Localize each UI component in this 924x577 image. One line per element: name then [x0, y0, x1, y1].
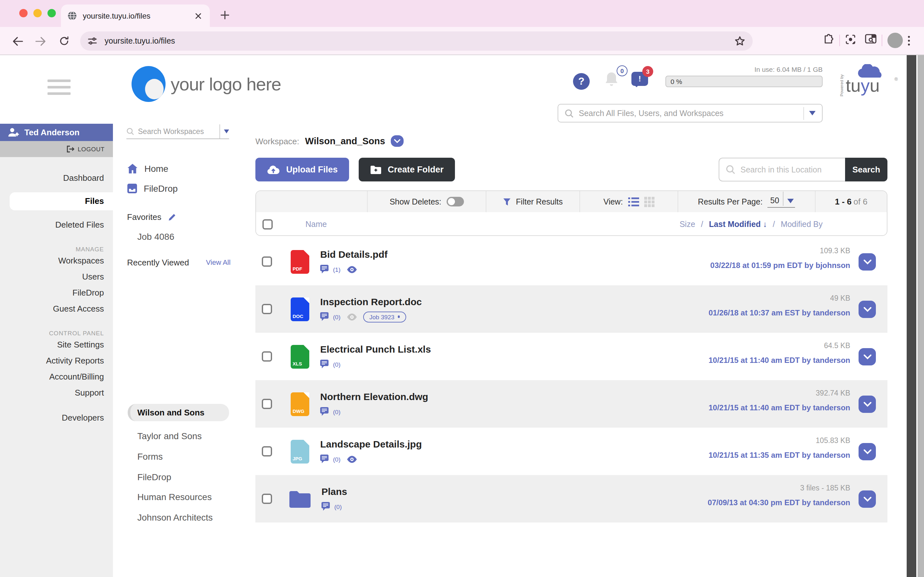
- table-row[interactable]: PDF Bid Details.pdf (1): [255, 238, 887, 285]
- table-row[interactable]: DOC Inspection Report.doc (0) Job: [255, 285, 887, 333]
- global-search-dropdown-icon[interactable]: [809, 111, 816, 115]
- comments-icon[interactable]: [320, 455, 330, 464]
- column-header-size[interactable]: Size: [680, 219, 695, 229]
- recent-item[interactable]: Human Resources: [137, 492, 212, 502]
- forward-button[interactable]: [32, 33, 49, 49]
- sidebar-item-files[interactable]: Files: [10, 192, 113, 210]
- nav-item-home[interactable]: Home: [127, 163, 168, 174]
- column-header-last-modified[interactable]: Last Modified ↓: [709, 219, 767, 229]
- tab-close-icon[interactable]: [193, 11, 204, 21]
- recent-item[interactable]: Forms: [137, 451, 163, 462]
- address-bar[interactable]: yoursite.tuyu.io/files: [80, 31, 753, 51]
- notifications-button[interactable]: 0: [603, 71, 625, 92]
- edit-pencil-icon[interactable]: [168, 213, 177, 221]
- file-name[interactable]: Electrical Punch List.xls: [320, 343, 431, 355]
- file-name[interactable]: Inspection Report.doc: [320, 296, 422, 307]
- upload-files-button[interactable]: Upload Files: [255, 158, 349, 181]
- row-checkbox[interactable]: [262, 494, 272, 504]
- global-search-input[interactable]: [579, 109, 798, 118]
- row-actions-button[interactable]: [859, 301, 876, 318]
- hamburger-menu-icon[interactable]: [47, 79, 71, 95]
- new-tab-button[interactable]: [216, 6, 234, 24]
- sidebar-item-users[interactable]: Users: [0, 269, 113, 285]
- file-name[interactable]: Bid Details.pdf: [320, 249, 388, 259]
- logout-button[interactable]: LOGOUT: [0, 141, 113, 157]
- side-panel-icon[interactable]: [865, 34, 877, 47]
- sidebar-item-activity-reports[interactable]: Activity Reports: [0, 353, 113, 369]
- minimize-window-button[interactable]: [33, 9, 42, 17]
- back-button[interactable]: [9, 33, 26, 49]
- results-per-page-select[interactable]: 50: [768, 195, 795, 208]
- view-all-link[interactable]: View All: [206, 258, 231, 266]
- show-deletes-toggle[interactable]: [447, 197, 464, 206]
- profile-avatar[interactable]: [887, 33, 903, 48]
- job-tag[interactable]: Job 3923: [363, 311, 406, 322]
- list-view-icon[interactable]: [628, 197, 639, 206]
- file-name[interactable]: Northern Elevation.dwg: [320, 391, 428, 402]
- sidebar-item-account-billing[interactable]: Account/Billing: [0, 369, 113, 385]
- sidebar-item-dashboard[interactable]: Dashboard: [0, 170, 113, 186]
- messages-button[interactable]: ! 3: [632, 72, 648, 86]
- url-text[interactable]: yoursite.tuyu.io/files: [105, 37, 727, 45]
- browser-tab[interactable]: yoursite.tuyu.io/files: [61, 5, 210, 27]
- comments-icon[interactable]: [320, 312, 330, 321]
- comments-icon[interactable]: [321, 502, 331, 511]
- folder-name[interactable]: Plans: [321, 486, 347, 497]
- site-settings-icon[interactable]: [88, 37, 97, 45]
- preview-eye-icon[interactable]: [346, 266, 357, 273]
- row-actions-button[interactable]: [859, 253, 876, 271]
- select-all-checkbox[interactable]: [262, 219, 273, 229]
- recent-item-active[interactable]: Wilson and Sons: [128, 404, 229, 421]
- bookmark-star-icon[interactable]: [735, 36, 745, 46]
- table-row[interactable]: XLS Electrical Punch List.xls (0) 64.5 K…: [255, 333, 887, 380]
- location-search-input[interactable]: [740, 165, 824, 174]
- sidebar-item-deleted-files[interactable]: Deleted Files: [0, 217, 113, 233]
- lens-search-icon[interactable]: [845, 34, 856, 47]
- file-name[interactable]: Landscape Details.jpg: [320, 438, 422, 450]
- preview-eye-icon[interactable]: [346, 456, 357, 463]
- sidebar-item-support[interactable]: Support: [0, 385, 113, 401]
- sidebar-item-filedrop[interactable]: FileDrop: [0, 285, 113, 301]
- grid-view-icon[interactable]: [644, 197, 654, 207]
- create-folder-button[interactable]: Create Folder: [359, 158, 455, 181]
- comments-icon[interactable]: [320, 359, 330, 369]
- row-checkbox[interactable]: [262, 256, 272, 267]
- sidebar-item-site-settings[interactable]: Site Settings: [0, 337, 113, 353]
- sidebar-item-workspaces[interactable]: Workspaces: [0, 253, 113, 269]
- nav-item-filedrop[interactable]: FileDrop: [127, 183, 178, 193]
- filedrop-icon: [127, 183, 137, 193]
- comments-icon[interactable]: [320, 407, 330, 416]
- table-row[interactable]: Plans (0) 3 files - 185 KB 07/09/13 at 0…: [255, 475, 887, 522]
- close-window-button[interactable]: [19, 9, 27, 17]
- recent-item[interactable]: Taylor and Sons: [137, 431, 202, 441]
- current-user-bar[interactable]: Ted Anderson: [0, 124, 113, 141]
- table-row[interactable]: JPG Landscape Details.jpg (0): [255, 428, 887, 475]
- zoom-window-button[interactable]: [47, 9, 56, 17]
- filter-results-button[interactable]: Filter Results: [486, 191, 580, 212]
- row-actions-button[interactable]: [859, 443, 876, 460]
- row-actions-button[interactable]: [859, 396, 876, 413]
- row-checkbox[interactable]: [262, 304, 272, 314]
- table-row[interactable]: DWG Northern Elevation.dwg (0) 392.74 KB…: [255, 380, 887, 428]
- browser-menu-icon[interactable]: [903, 33, 915, 48]
- sidebar-item-developers[interactable]: Developers: [0, 410, 113, 426]
- comments-icon[interactable]: [320, 265, 330, 274]
- column-header-name[interactable]: Name: [305, 219, 327, 229]
- row-checkbox[interactable]: [262, 399, 272, 409]
- recent-item[interactable]: FileDrop: [137, 472, 171, 482]
- row-actions-button[interactable]: [859, 348, 876, 366]
- row-actions-button[interactable]: [859, 490, 876, 508]
- row-checkbox[interactable]: [262, 446, 272, 456]
- extensions-icon[interactable]: [823, 34, 834, 47]
- search-button[interactable]: Search: [845, 158, 887, 181]
- row-checkbox[interactable]: [262, 351, 272, 362]
- column-header-modified-by[interactable]: Modified By: [780, 219, 822, 229]
- workspace-search-input[interactable]: [138, 127, 216, 135]
- recent-item[interactable]: Johnson Architects: [137, 512, 213, 522]
- workspace-search-dropdown-icon[interactable]: [224, 129, 229, 133]
- sidebar-item-guest-access[interactable]: Guest Access: [0, 301, 113, 317]
- workspace-dropdown-button[interactable]: [391, 135, 404, 147]
- help-button[interactable]: ?: [573, 73, 590, 90]
- reload-button[interactable]: [56, 33, 73, 49]
- favorite-item[interactable]: Job 4086: [137, 231, 174, 242]
